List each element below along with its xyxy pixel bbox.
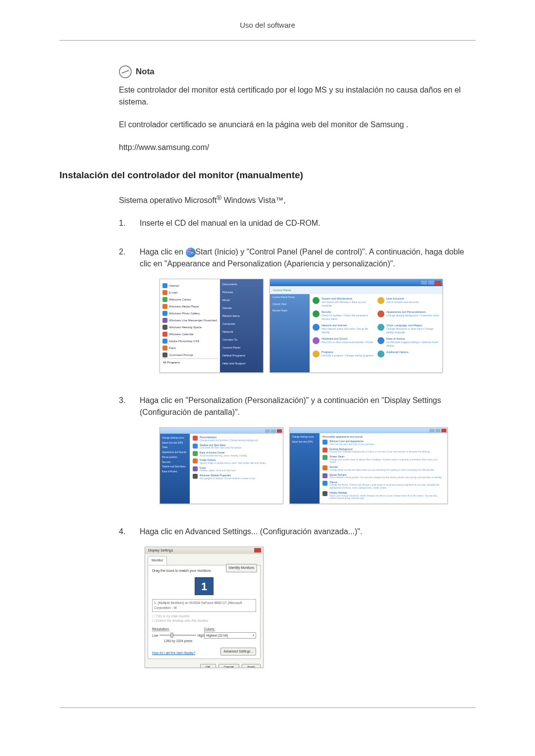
start-right-item[interactable]: Default Programs — [222, 353, 261, 358]
pz-side-item[interactable]: Ease of Access — [162, 470, 188, 475]
cp-category[interactable]: System and MaintenanceGet started with W… — [313, 297, 374, 308]
close-icon[interactable] — [277, 429, 282, 433]
start-right-item[interactable]: Computer — [222, 322, 261, 326]
section-title: Instalación del controlador del monitor … — [59, 168, 476, 183]
help-link[interactable]: How do I get the best display? — [152, 651, 195, 655]
pz-side-item: Tasks — [162, 446, 188, 451]
start-item[interactable]: Windows Live Messenger Download — [162, 317, 218, 324]
chk-main-monitor[interactable]: ☐ This is my main monitor — [152, 614, 256, 618]
window-titlebar — [270, 279, 442, 286]
identify-monitors-button[interactable]: Identify Monitors — [226, 564, 257, 572]
start-item[interactable]: Windows Photo Gallery — [162, 310, 218, 317]
cancel-button[interactable]: Cancel — [218, 664, 239, 668]
start-item[interactable]: Windows Media Player — [162, 303, 218, 310]
slider-thumb[interactable] — [170, 633, 173, 638]
minimize-icon[interactable] — [421, 281, 427, 285]
start-right-item[interactable]: Connect To — [222, 338, 261, 342]
start-right-item[interactable]: Games — [222, 306, 261, 310]
cp-side-item[interactable]: Control Panel Home — [270, 294, 310, 301]
maximize-icon[interactable] — [435, 429, 440, 432]
advanced-settings-button[interactable]: Advanced Settings... — [220, 648, 256, 655]
ok-button[interactable]: OK — [200, 664, 215, 668]
pz-side-item[interactable]: Taskbar and Start Menu — [162, 465, 188, 470]
colors-label: Colors: — [204, 627, 215, 631]
pz-item[interactable]: Folder OptionsSpecify single or double-c… — [193, 458, 280, 464]
ds-content: Drag the icons to match your monitors. I… — [148, 565, 261, 659]
step-4-num: 4. — [119, 526, 131, 678]
cp-category[interactable]: Additional Options — [377, 351, 439, 361]
step-1: 1. Inserte el CD del manual en la unidad… — [119, 217, 476, 234]
cp-side-item[interactable]: Classic View — [270, 301, 310, 308]
cat-title: Appearance and Personalization — [386, 310, 426, 313]
cp-category[interactable]: Ease of AccessLet Windows suggest settin… — [377, 337, 439, 348]
start-item[interactable]: E-mail — [162, 289, 218, 296]
pz-item[interactable]: Ease of Access CenterAccommodate learnin… — [193, 451, 280, 457]
apply-button[interactable]: Apply — [242, 664, 261, 668]
close-icon[interactable] — [441, 429, 446, 432]
minimize-icon[interactable] — [265, 429, 270, 433]
pz-item[interactable]: Desktop BackgroundChoose from available … — [322, 448, 444, 454]
cp-category[interactable]: Network and InternetView network status … — [313, 324, 374, 335]
start-right-item[interactable]: Network — [222, 330, 261, 334]
start-right-item[interactable]: Documents — [222, 282, 261, 287]
pz-item[interactable]: Windows Sidebar PropertiesAdd gadgets to… — [193, 474, 280, 480]
pz-side-item[interactable]: Change desktop icons — [292, 435, 318, 440]
start-right-item[interactable]: Pictures — [222, 290, 261, 295]
pz-item[interactable]: Screen SaverChange your screen saver or … — [322, 455, 444, 464]
program-icon — [162, 318, 167, 323]
pz-item[interactable]: PersonalizationChange visuals and behavi… — [193, 436, 280, 442]
maximize-icon[interactable] — [428, 281, 434, 285]
cp-category[interactable]: Clock, Language, and RegionChange keyboa… — [377, 324, 439, 335]
pz-item[interactable]: SoundsChange which sounds are heard when… — [322, 465, 444, 471]
start-item[interactable]: Internet — [162, 282, 218, 289]
cat-title: Additional Options — [386, 351, 409, 353]
start-right-item[interactable]: Recent Items — [222, 314, 261, 318]
pz-item[interactable]: Mouse PointersPick a different mouse poi… — [322, 473, 444, 479]
steps-list: 1. Inserte el CD del manual en la unidad… — [119, 217, 476, 678]
start-right-item[interactable]: Help and Support — [222, 361, 261, 366]
pz-item-sub: Choose from available backgrounds or col… — [329, 451, 430, 454]
close-icon[interactable] — [435, 281, 441, 285]
pz-side-item[interactable]: Change desktop icons — [162, 436, 188, 441]
cp-category[interactable]: Appearance and PersonalizationChange des… — [377, 310, 439, 321]
minimize-icon[interactable] — [429, 429, 434, 432]
monitor-select[interactable]: 1. (Multiple Monitors) on NVIDIA GeForce… — [152, 599, 256, 612]
start-menu-right: Documents Pictures Music Games Recent It… — [220, 279, 263, 372]
start-item[interactable]: Welcome Center — [162, 296, 218, 303]
cat-sub: Uninstall a program • Change startup pro… — [321, 354, 374, 357]
pz-side-item[interactable]: Mouse pointers — [162, 455, 188, 460]
start-right-item[interactable]: Control Panel — [222, 346, 261, 350]
cp-category[interactable]: Hardware and SoundPlay CDs or other medi… — [313, 337, 374, 348]
start-item[interactable]: Adobe Photoshop CS3 — [162, 338, 218, 345]
cp-category[interactable]: SecurityCheck for updates • Check this c… — [313, 310, 374, 321]
start-item[interactable]: Command Prompt — [162, 352, 218, 358]
all-programs[interactable]: All Programs — [162, 358, 218, 366]
ds-tab-monitor[interactable]: Monitor — [148, 556, 167, 565]
pz-side-item[interactable]: Adjust font size (DPI) — [162, 441, 188, 446]
start-item[interactable]: Windows Calendar — [162, 331, 218, 338]
maximize-icon[interactable] — [271, 429, 276, 433]
chk-extend-desktop[interactable]: ☐ Extend the desktop onto this monitor — [152, 618, 256, 623]
pz-item[interactable]: FontsPreview, delete, show and hide font… — [193, 466, 280, 472]
nota-p2: El controlador certificado se anunciará … — [119, 119, 476, 131]
pz-side-item[interactable]: Adjust font size (DPI) — [292, 440, 318, 445]
cp-category[interactable]: User AccountsAdd or remove user accounts — [377, 297, 439, 308]
start-item-label: Windows Live Messenger Download — [169, 318, 217, 323]
pz-item[interactable]: Display SettingsAdjust your monitor reso… — [322, 491, 444, 500]
monitor-icon[interactable]: 1 — [195, 577, 214, 595]
pz-item[interactable]: Window Color and AppearanceFine tune the… — [322, 440, 444, 446]
colors-select[interactable]: Highest (32 bit) — [204, 632, 256, 639]
start-right-item[interactable]: Music — [222, 298, 261, 302]
start-item[interactable]: Paint — [162, 345, 218, 352]
resolution-slider[interactable]: Low High — [152, 633, 204, 638]
breadcrumb[interactable]: Control Panel — [270, 286, 442, 294]
cp-category[interactable]: ProgramsUninstall a program • Change sta… — [313, 351, 374, 361]
cat-sub: Check for updates • Check this computer'… — [321, 314, 374, 320]
pz-item[interactable]: Taskbar and Start MenuCustomize the Star… — [193, 444, 280, 450]
close-icon[interactable] — [254, 548, 261, 553]
personalization-screenshot: Change desktop icons Adjust font size (D… — [289, 427, 448, 504]
pz-side-item[interactable]: Appearance and Sounds — [162, 451, 188, 455]
pz-item[interactable]: ThemeChange the theme. Themes can change… — [322, 481, 444, 490]
start-item[interactable]: Windows Meeting Space — [162, 324, 218, 331]
pz-item-title: Folder Options — [200, 458, 216, 461]
